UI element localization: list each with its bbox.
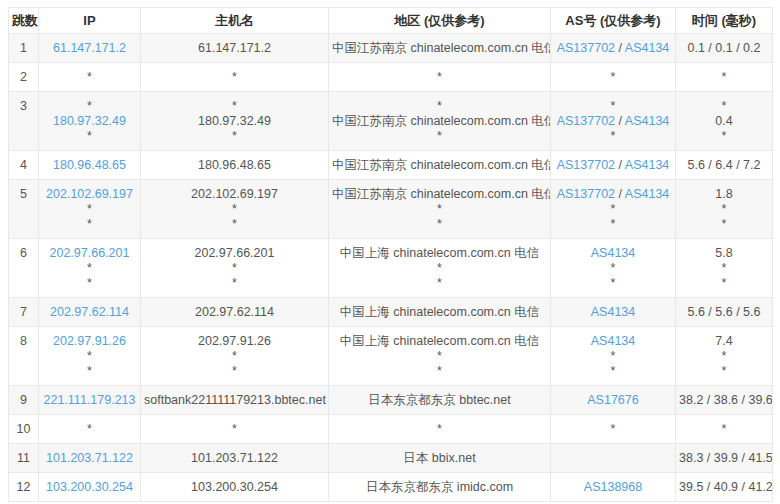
ip-line: * (42, 129, 137, 144)
column-header-region: 地区 (仅供参考) (329, 8, 551, 34)
asn-link[interactable]: AS137702 (557, 114, 615, 128)
ip-text: * (87, 99, 92, 113)
host-text: * (232, 261, 237, 275)
hop-cell: 1 (9, 34, 39, 63)
region-line: * (332, 422, 547, 437)
ip-link[interactable]: 221.111.179.213 (44, 393, 136, 407)
ip-text: * (87, 70, 92, 84)
ip-text: * (87, 364, 92, 378)
time-text: 39.5 / 40.9 / 41.2 (679, 480, 773, 494)
time-text: 7.4 (715, 334, 732, 348)
region-text: * (437, 99, 442, 113)
host-cell: 202.97.62.114 (141, 298, 329, 327)
host-text: 180.97.32.49 (198, 114, 271, 128)
hop-cell: 12 (9, 473, 39, 502)
column-header-ip: IP (39, 8, 141, 34)
ip-link[interactable]: 202.102.69.197 (46, 187, 133, 201)
asn-link[interactable]: AS137702 (557, 41, 615, 55)
region-line: * (332, 129, 547, 144)
asn-link[interactable]: AS4134 (591, 334, 635, 348)
host-text: * (232, 129, 237, 143)
hop-cell: 10 (9, 415, 39, 444)
time-cell: 5.8** (676, 239, 773, 298)
time-text: * (722, 261, 727, 275)
ip-link[interactable]: 61.147.171.2 (53, 41, 126, 55)
host-line: 180.96.48.65 (144, 158, 325, 173)
asn-link[interactable]: AS4134 (625, 114, 669, 128)
hop-cell: 8 (9, 327, 39, 386)
ip-line: 180.97.32.49 (42, 114, 137, 129)
region-line: * (332, 70, 547, 85)
time-cell: 0.1 / 0.1 / 0.2 (676, 34, 773, 63)
region-line: 中国上海 chinatelecom.com.cn 电信 (332, 246, 547, 261)
region-text: * (437, 349, 442, 363)
time-text: * (722, 202, 727, 216)
host-line: softbank221111179213.bbtec.net (144, 393, 325, 408)
time-line: * (679, 422, 769, 437)
ip-link[interactable]: 180.96.48.65 (53, 158, 126, 172)
time-text: 5.8 (715, 246, 732, 260)
table-row: 4180.96.48.65180.96.48.65中国江苏南京 chinatel… (9, 151, 773, 180)
asn-link[interactable]: AS137702 (557, 187, 615, 201)
asn-link[interactable]: AS4134 (625, 158, 669, 172)
asn-link[interactable]: AS4134 (591, 246, 635, 260)
asn-line: * (554, 349, 672, 364)
ip-cell: 202.97.62.114 (39, 298, 141, 327)
ip-line: * (42, 364, 137, 379)
host-cell: 180.96.48.65 (141, 151, 329, 180)
host-line: 180.97.32.49 (144, 114, 325, 129)
asn-link[interactable]: AS4134 (625, 41, 669, 55)
time-line: 0.1 / 0.1 / 0.2 (679, 41, 769, 56)
host-line: 202.102.69.197 (144, 187, 325, 202)
host-text: * (232, 364, 237, 378)
asn-text: * (611, 261, 616, 275)
asn-line: * (554, 422, 672, 437)
table-row: 11101.203.71.122101.203.71.122日本 bbix.ne… (9, 444, 773, 473)
asn-line: AS137702 / AS4134 (554, 187, 672, 202)
host-text: 202.97.66.201 (195, 246, 275, 260)
ip-line: 202.97.91.26 (42, 334, 137, 349)
asn-line: AS4134 (554, 305, 672, 320)
region-line: 中国上海 chinatelecom.com.cn 电信 (332, 305, 547, 320)
ip-line: 202.97.66.201 (42, 246, 137, 261)
asn-line: * (554, 129, 672, 144)
time-line: 0.4 (679, 114, 769, 129)
ip-link[interactable]: 103.200.30.254 (46, 480, 133, 494)
time-line: 38.2 / 38.6 / 39.6 (679, 393, 769, 408)
table-row: 12103.200.30.254103.200.30.254日本东京都东京 im… (9, 473, 773, 502)
ip-line: * (42, 99, 137, 114)
asn-link[interactable]: AS4134 (625, 187, 669, 201)
time-text: * (722, 99, 727, 113)
ip-link[interactable]: 202.97.62.114 (50, 305, 129, 319)
asn-cell: * (551, 63, 676, 92)
asn-link[interactable]: AS17676 (587, 393, 638, 407)
asn-link[interactable]: AS138968 (584, 480, 642, 494)
time-text: 38.2 / 38.6 / 39.6 (679, 393, 773, 407)
asn-link[interactable]: AS137702 (557, 158, 615, 172)
ip-text: * (87, 217, 92, 231)
trace-table-body: 161.147.171.261.147.171.2中国江苏南京 chinatel… (9, 34, 773, 502)
table-row: 10***** (9, 415, 773, 444)
ip-link[interactable]: 202.97.66.201 (50, 246, 130, 260)
region-line: * (332, 99, 547, 114)
host-cell: 61.147.171.2 (141, 34, 329, 63)
ip-text: * (87, 261, 92, 275)
ip-link[interactable]: 101.203.71.122 (46, 451, 133, 465)
ip-text: * (87, 422, 92, 436)
region-cell: 中国江苏南京 chinatelecom.com.cn 电信 (329, 34, 551, 63)
table-row: 8202.97.91.26**202.97.91.26**中国上海 chinat… (9, 327, 773, 386)
time-text: 1.8 (715, 187, 732, 201)
asn-line: AS4134 (554, 246, 672, 261)
ip-cell: * (39, 63, 141, 92)
ip-cell: 202.102.69.197** (39, 180, 141, 239)
region-text: * (437, 364, 442, 378)
ip-link[interactable]: 180.97.32.49 (53, 114, 126, 128)
ip-link[interactable]: 202.97.91.26 (53, 334, 126, 348)
time-line: 1.8 (679, 187, 769, 202)
host-cell: 103.200.30.254 (141, 473, 329, 502)
ip-line: 202.97.62.114 (42, 305, 137, 320)
ip-text: * (87, 202, 92, 216)
asn-line: AS137702 / AS4134 (554, 114, 672, 129)
asn-link[interactable]: AS4134 (591, 305, 635, 319)
host-text: * (232, 70, 237, 84)
